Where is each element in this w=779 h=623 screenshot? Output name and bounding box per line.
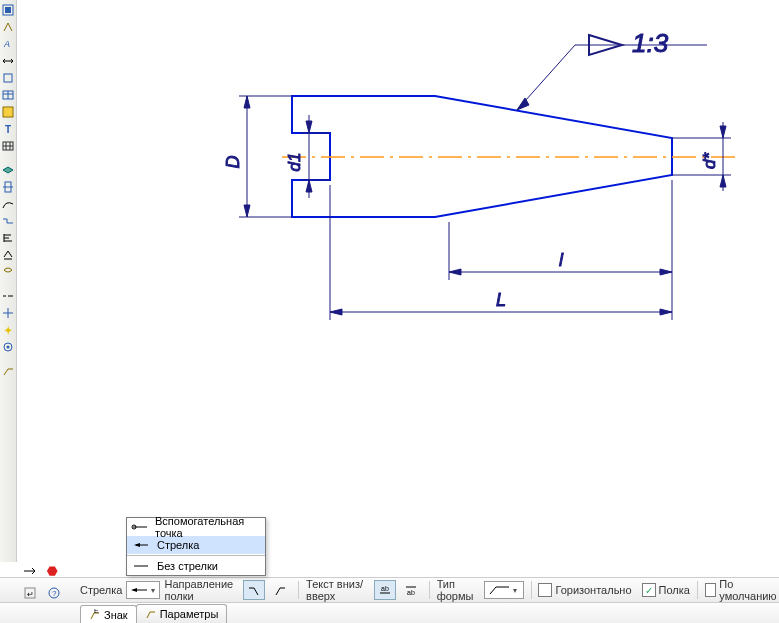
svg-rect-1 <box>5 7 11 13</box>
tool-wizard-icon[interactable] <box>0 2 16 18</box>
tab-label: Параметры <box>160 608 219 620</box>
dim-L-text: L <box>496 290 506 310</box>
tool-view-icon[interactable] <box>0 179 16 195</box>
svg-marker-63 <box>131 588 137 592</box>
tool-layers-icon[interactable] <box>0 162 16 178</box>
shape-type-selector[interactable]: ▾ <box>484 581 524 599</box>
property-tabs: E Знак Параметры <box>0 602 779 623</box>
stop-icon: ⬣ <box>47 564 57 578</box>
svg-marker-39 <box>720 126 726 138</box>
apply-button[interactable] <box>19 561 41 581</box>
svg-text:?: ? <box>52 589 57 598</box>
tool-param-icon[interactable] <box>0 339 16 355</box>
default-checkbox[interactable]: По умолчанию <box>705 578 779 602</box>
svg-marker-45 <box>660 269 672 275</box>
svg-point-24 <box>7 346 10 349</box>
tool-spline-icon[interactable] <box>0 264 16 280</box>
svg-rect-3 <box>4 74 12 82</box>
svg-marker-34 <box>306 121 312 133</box>
tab-sign[interactable]: E Знак <box>80 605 137 623</box>
svg-text:E: E <box>94 609 99 614</box>
tool-dash-icon[interactable] <box>0 288 16 304</box>
tool-text-icon[interactable]: T <box>0 121 16 137</box>
svg-marker-44 <box>449 269 461 275</box>
svg-rect-7 <box>3 107 13 117</box>
dropdown-item-label: Вспомогательная точка <box>155 515 261 539</box>
text-up-button[interactable]: ab <box>374 580 396 600</box>
text-down-button[interactable]: ab <box>400 580 422 600</box>
svg-marker-35 <box>306 180 312 192</box>
svg-text:↵: ↵ <box>27 590 34 599</box>
shape-type-label: Тип формы <box>437 578 480 602</box>
svg-marker-29 <box>244 96 250 108</box>
dim-l-text: l <box>559 250 564 270</box>
taper-ratio-text: 1:3 <box>632 28 669 58</box>
svg-text:ab: ab <box>407 589 415 596</box>
tool-table-icon[interactable] <box>0 87 16 103</box>
tool-point-icon[interactable] <box>0 19 16 35</box>
tool-segment-icon[interactable]: A <box>0 36 16 52</box>
arrow-type-dropdown: Вспомогательная точка Стрелка Без стрелк… <box>126 517 266 576</box>
drawing-canvas[interactable]: D d1 d* l L 1:3 <box>17 0 779 560</box>
tool-bezier-icon[interactable] <box>0 196 16 212</box>
chevron-down-icon: ▾ <box>513 586 517 595</box>
tool-align-icon[interactable] <box>0 230 16 246</box>
svg-marker-56 <box>134 543 140 547</box>
svg-text:A: A <box>3 39 10 49</box>
tool-marker-icon[interactable]: ✦ <box>0 322 16 338</box>
tab-label: Знак <box>104 609 128 621</box>
svg-marker-48 <box>330 309 342 315</box>
chevron-down-icon: ▾ <box>151 586 155 595</box>
auto-create-button[interactable]: ↵ <box>19 583 41 603</box>
command-buttons: ⬣ ↵ ? <box>17 559 81 601</box>
tool-leader-icon[interactable] <box>0 363 16 379</box>
horizontal-checkbox[interactable]: Горизонтально <box>538 583 631 597</box>
dropdown-item-aux-point[interactable]: Вспомогательная точка <box>127 518 265 536</box>
tool-hatch-icon[interactable] <box>0 104 16 120</box>
no-arrow-icon <box>131 561 151 571</box>
tab-params[interactable]: Параметры <box>136 604 228 623</box>
left-toolbar: A T ✦ <box>0 0 17 562</box>
tool-break-icon[interactable] <box>0 213 16 229</box>
dropdown-item-no-arrow[interactable]: Без стрелки <box>127 557 265 575</box>
dropdown-item-label: Стрелка <box>157 539 199 551</box>
tool-rough-icon[interactable] <box>0 70 16 86</box>
stop-button[interactable]: ⬣ <box>43 561 61 581</box>
properties-bar: Стрелка ▾ Направление полки Текст вниз/в… <box>0 577 779 602</box>
shelf-dir-left-button[interactable] <box>243 580 265 600</box>
aux-point-icon <box>131 522 149 532</box>
svg-marker-49 <box>660 309 672 315</box>
tool-center-icon[interactable] <box>0 305 16 321</box>
arrow-type-selector[interactable]: ▾ <box>126 581 160 599</box>
tool-dim-icon[interactable] <box>0 53 16 69</box>
svg-text:ab: ab <box>381 585 389 592</box>
shelf-dir-right-button[interactable] <box>269 580 291 600</box>
svg-marker-40 <box>720 175 726 187</box>
dim-dstar-text: d* <box>700 152 719 169</box>
params-tab-icon <box>145 608 157 620</box>
tool-arc-icon[interactable] <box>0 247 16 263</box>
arrow-icon <box>131 540 151 550</box>
dim-D-text: D <box>223 156 243 169</box>
shelf-dir-label: Направление полки <box>164 578 239 602</box>
bottom-panel: ⬣ ↵ ? Стрелка ▾ Направление полки Текст … <box>0 577 779 623</box>
svg-marker-30 <box>244 205 250 217</box>
svg-marker-51 <box>517 98 529 110</box>
arrow-label: Стрелка <box>80 584 122 596</box>
text-dir-label: Текст вниз/вверх <box>306 578 370 602</box>
tool-grid-icon[interactable] <box>0 138 16 154</box>
dropdown-item-label: Без стрелки <box>157 560 218 572</box>
dim-d1-text: d1 <box>285 153 304 172</box>
help-button[interactable]: ? <box>43 583 65 603</box>
sign-tab-icon: E <box>89 609 101 621</box>
shelf-checkbox[interactable]: ✓Полка <box>642 583 690 597</box>
